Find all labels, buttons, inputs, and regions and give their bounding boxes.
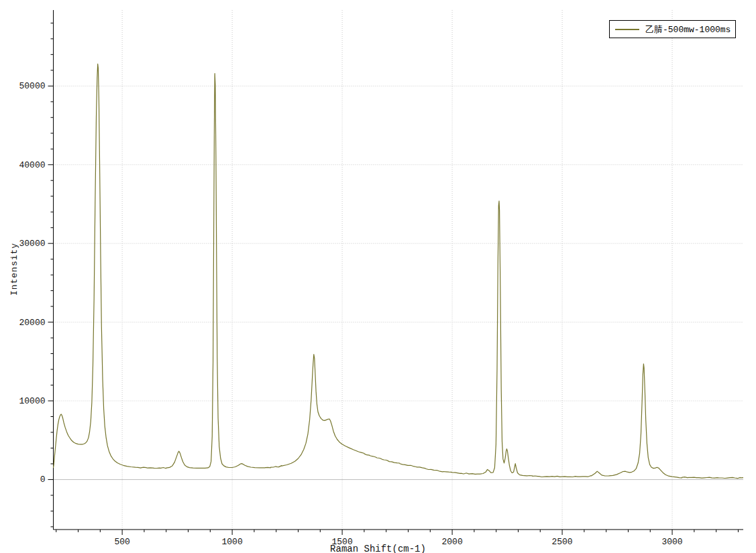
- svg-text:0: 0: [40, 475, 46, 485]
- svg-text:30000: 30000: [19, 239, 45, 249]
- svg-text:10000: 10000: [19, 396, 45, 406]
- svg-text:50000: 50000: [19, 81, 45, 91]
- y-axis-title: Intensity: [9, 233, 19, 306]
- legend: 乙腈-500mw-1000ms: [609, 20, 736, 38]
- x-axis-title: Raman Shift(cm-1): [0, 544, 756, 553]
- legend-series-label: 乙腈-500mw-1000ms: [645, 23, 731, 36]
- raman-spectrum-chart: 5001000150020002500300001000020000300004…: [0, 0, 756, 553]
- svg-text:40000: 40000: [19, 160, 45, 170]
- svg-text:20000: 20000: [19, 318, 45, 328]
- plot-area: 5001000150020002500300001000020000300004…: [0, 0, 756, 553]
- legend-line-icon: [615, 29, 639, 30]
